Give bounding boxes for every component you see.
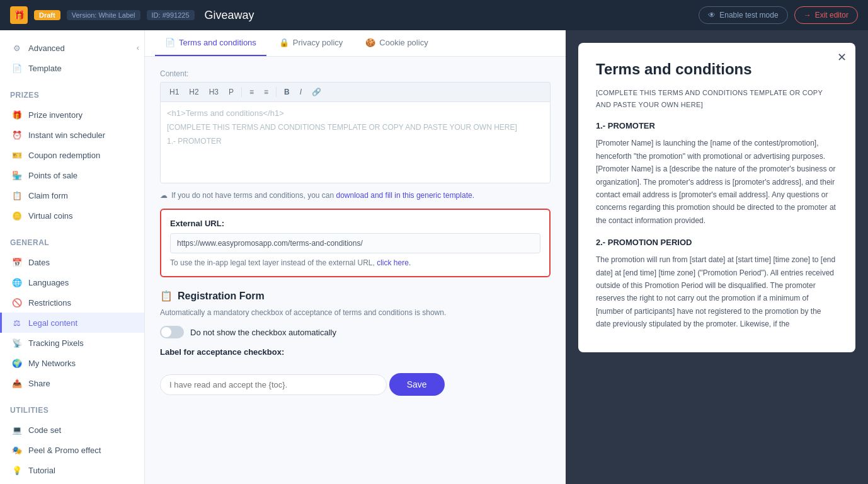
main-panel: 📄 Terms and conditions 🔒 Privacy policy … — [145, 30, 566, 484]
toolbar-link[interactable]: 🔗 — [308, 86, 325, 98]
toolbar-divider-1 — [241, 87, 242, 97]
info-link[interactable]: download and fill in this generic templa… — [336, 191, 474, 200]
utilities-section-title: Utilities — [0, 403, 144, 420]
editor-body[interactable]: <h1>Terms and conditions</h1> [COMPLETE … — [160, 101, 551, 183]
sidebar-item-code-set[interactable]: 💻 Code set — [0, 420, 144, 440]
restrictions-icon: 🚫 — [12, 297, 22, 308]
sidebar-item-peel-promo[interactable]: 🎭 Peel & Promo effect — [0, 440, 144, 460]
my-networks-icon: 🌍 — [12, 358, 22, 368]
main-layout: ⚙ Advanced ‹ 📄 Template Prizes 🎁 Prize i… — [0, 30, 868, 484]
registration-form-section: 📋 Registration Form — [160, 290, 551, 302]
tab-terms-conditions[interactable]: 📄 Terms and conditions — [155, 30, 266, 56]
tutorial-icon: 💡 — [12, 465, 22, 475]
sidebar-item-languages[interactable]: 🌐 Languages — [0, 272, 144, 292]
sidebar: ⚙ Advanced ‹ 📄 Template Prizes 🎁 Prize i… — [0, 30, 145, 484]
sidebar-item-my-networks[interactable]: 🌍 My Networks — [0, 353, 144, 373]
tracking-pixels-icon: 📡 — [12, 338, 22, 348]
toggle-label: Do not show the checkbox automatically — [190, 328, 336, 337]
sidebar-collapse-btn[interactable]: ‹ — [137, 43, 139, 52]
page-title: Giveaway — [205, 9, 693, 22]
sidebar-item-dates[interactable]: 📅 Dates — [0, 252, 144, 272]
sidebar-item-restrictions[interactable]: 🚫 Restrictions — [0, 292, 144, 313]
info-cloud-icon: ☁ — [160, 191, 168, 200]
sidebar-item-instant-win[interactable]: ⏰ Instant win scheduler — [0, 125, 144, 145]
content-panel: Content: H1 H2 H3 P ≡ ≡ B I 🔗 <h1>Terms … — [145, 57, 566, 484]
sidebar-item-coupon-redemption[interactable]: 🎫 Coupon redemption — [0, 145, 144, 165]
preview-section2-title: 2.- PROMOTION PERIOD — [596, 236, 838, 250]
preview-card: ✕ Terms and conditions [COMPLETE THIS TE… — [578, 43, 855, 352]
info-block: ☁ If you do not have terms and condition… — [160, 191, 551, 200]
sidebar-item-prize-inventory[interactable]: 🎁 Prize inventory — [0, 105, 144, 125]
test-mode-icon: 👁 — [708, 11, 716, 20]
acceptance-label-input[interactable] — [160, 374, 387, 395]
info-text: If you do not have terms and conditions,… — [171, 191, 334, 200]
editor-promoter: 1.- PROMOTER — [167, 137, 544, 146]
preview-section1-title: 1.- PROMOTER — [596, 119, 838, 133]
virtual-coins-icon: 🪙 — [12, 210, 22, 221]
sidebar-item-tutorial[interactable]: 💡 Tutorial — [0, 460, 144, 480]
checkbox-toggle[interactable] — [160, 326, 184, 338]
peel-promo-icon: 🎭 — [12, 445, 22, 455]
sidebar-item-template[interactable]: 📄 Template — [0, 58, 144, 78]
toolbar-h1[interactable]: H1 — [166, 86, 183, 98]
editor-toolbar: H1 H2 H3 P ≡ ≡ B I 🔗 — [160, 82, 551, 101]
external-url-input[interactable] — [170, 233, 540, 253]
sidebar-item-advanced[interactable]: ⚙ Advanced ‹ — [0, 38, 144, 58]
content-label: Content: — [160, 69, 551, 78]
sidebar-section-advanced: ⚙ Advanced ‹ 📄 Template — [0, 30, 144, 81]
test-mode-button[interactable]: 👁 Enable test mode — [699, 6, 787, 24]
claim-form-icon: 📋 — [12, 190, 22, 200]
sidebar-item-claim-form[interactable]: 📋 Claim form — [0, 185, 144, 205]
preview-section1-text: [Promoter Name] is launching the [name o… — [596, 137, 838, 227]
toolbar-list-unordered[interactable]: ≡ — [246, 86, 258, 98]
pos-icon: 🏪 — [12, 170, 22, 180]
tab-cookie-policy[interactable]: 🍪 Cookie policy — [355, 30, 438, 56]
exit-editor-button[interactable]: → Exit editor — [794, 6, 858, 24]
external-url-box: External URL: To use the in-app legal te… — [160, 209, 551, 277]
sidebar-item-legal-content[interactable]: ⚖ Legal content — [0, 313, 144, 333]
toolbar-p[interactable]: P — [225, 86, 237, 98]
sidebar-item-share[interactable]: 📤 Share — [0, 373, 144, 393]
sidebar-section-utilities: Utilities 💻 Code set 🎭 Peel & Promo effe… — [0, 396, 144, 483]
preview-close-button[interactable]: ✕ — [837, 50, 847, 64]
sidebar-section-prizes: Prizes 🎁 Prize inventory ⏰ Instant win s… — [0, 81, 144, 228]
instant-win-icon: ⏰ — [12, 130, 22, 140]
cookie-tab-icon: 🍪 — [365, 38, 375, 47]
sidebar-item-points-of-sale[interactable]: 🏪 Points of sale — [0, 165, 144, 185]
registration-form-desc: Automatically a mandatory checkbox of ac… — [160, 308, 551, 317]
toolbar-h2[interactable]: H2 — [185, 86, 202, 98]
editor-h1-placeholder: <h1>Terms and conditions</h1> — [167, 108, 544, 118]
prizes-section-title: Prizes — [0, 88, 144, 105]
tabs-bar: 📄 Terms and conditions 🔒 Privacy policy … — [145, 30, 566, 57]
sidebar-item-tracking-pixels[interactable]: 📡 Tracking Pixels — [0, 333, 144, 353]
template-icon: 📄 — [12, 63, 22, 73]
toolbar-list-ordered[interactable]: ≡ — [260, 86, 272, 98]
preview-section2-text: The promotion will run from [start date]… — [596, 253, 838, 330]
coupon-icon: 🎫 — [12, 150, 22, 160]
toggle-row: Do not show the checkbox automatically — [160, 326, 551, 338]
toolbar-italic[interactable]: I — [296, 86, 306, 98]
preview-panel: ✕ Terms and conditions [COMPLETE THIS TE… — [566, 30, 868, 484]
app-icon: 🎁 — [10, 6, 28, 24]
external-url-click-here[interactable]: click here. — [377, 258, 411, 267]
advanced-icon: ⚙ — [12, 43, 22, 53]
preview-title: Terms and conditions — [596, 60, 838, 78]
exit-icon: → — [804, 11, 811, 20]
tab-privacy-policy[interactable]: 🔒 Privacy policy — [269, 30, 353, 56]
sidebar-item-virtual-coins[interactable]: 🪙 Virtual coins — [0, 205, 144, 226]
preview-para1: [COMPLETE THIS TERMS AND CONDITIONS TEMP… — [596, 87, 838, 110]
legal-content-icon: ⚖ — [12, 318, 22, 328]
id-badge: ID: #991225 — [147, 10, 195, 20]
version-badge: Version: White Label — [67, 10, 140, 20]
editor-body-placeholder: [COMPLETE THIS TERMS AND CONDITIONS TEMP… — [167, 123, 544, 132]
toolbar-h3[interactable]: H3 — [205, 86, 222, 98]
external-url-label: External URL: — [170, 219, 540, 228]
preview-content: [COMPLETE THIS TERMS AND CONDITIONS TEMP… — [596, 87, 838, 331]
toolbar-bold[interactable]: B — [280, 86, 294, 98]
languages-icon: 🌐 — [12, 277, 22, 287]
terms-tab-icon: 📄 — [165, 38, 175, 47]
code-set-icon: 💻 — [12, 425, 22, 435]
registration-form-title: Registration Form — [178, 291, 265, 302]
save-button[interactable]: Save — [389, 373, 445, 396]
external-url-note: To use the in-app legal text layer inste… — [170, 258, 540, 267]
